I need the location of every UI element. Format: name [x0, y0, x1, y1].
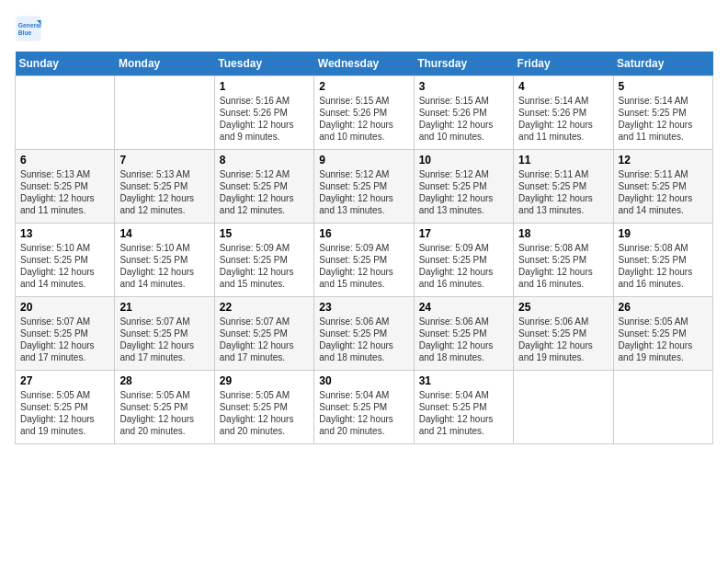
day-number: 3	[419, 80, 508, 93]
calendar-cell: 23Sunrise: 5:06 AM Sunset: 5:25 PM Dayli…	[314, 297, 414, 371]
day-info: Sunrise: 5:13 AM Sunset: 5:25 PM Dayligh…	[20, 168, 109, 216]
calendar-cell: 9Sunrise: 5:12 AM Sunset: 5:25 PM Daylig…	[314, 150, 414, 224]
calendar-cell	[514, 371, 613, 444]
day-info: Sunrise: 5:06 AM Sunset: 5:25 PM Dayligh…	[319, 316, 408, 363]
day-number: 25	[518, 301, 608, 314]
calendar-cell: 8Sunrise: 5:12 AM Sunset: 5:25 PM Daylig…	[214, 150, 313, 224]
calendar-cell: 18Sunrise: 5:08 AM Sunset: 5:25 PM Dayli…	[514, 224, 613, 297]
calendar-cell: 28Sunrise: 5:05 AM Sunset: 5:25 PM Dayli…	[115, 371, 214, 444]
calendar-cell: 29Sunrise: 5:05 AM Sunset: 5:25 PM Dayli…	[214, 371, 313, 444]
calendar-cell: 2Sunrise: 5:15 AM Sunset: 5:26 PM Daylig…	[314, 76, 414, 150]
calendar-cell: 3Sunrise: 5:15 AM Sunset: 5:26 PM Daylig…	[414, 76, 513, 150]
weekday-header: Wednesday	[314, 52, 414, 76]
day-number: 31	[419, 374, 508, 387]
calendar-cell: 4Sunrise: 5:14 AM Sunset: 5:26 PM Daylig…	[514, 76, 613, 150]
day-number: 29	[220, 374, 309, 387]
calendar-header: SundayMondayTuesdayWednesdayThursdayFrid…	[16, 52, 713, 76]
weekday-header: Tuesday	[214, 52, 313, 76]
calendar-cell: 19Sunrise: 5:08 AM Sunset: 5:25 PM Dayli…	[613, 224, 712, 297]
calendar-cell: 12Sunrise: 5:11 AM Sunset: 5:25 PM Dayli…	[613, 150, 712, 224]
day-number: 4	[518, 80, 608, 93]
day-number: 9	[319, 154, 408, 167]
day-number: 15	[220, 227, 309, 240]
day-info: Sunrise: 5:07 AM Sunset: 5:25 PM Dayligh…	[20, 316, 109, 363]
day-info: Sunrise: 5:09 AM Sunset: 5:25 PM Dayligh…	[319, 242, 408, 290]
calendar-cell: 15Sunrise: 5:09 AM Sunset: 5:25 PM Dayli…	[214, 224, 313, 297]
calendar-cell: 24Sunrise: 5:06 AM Sunset: 5:25 PM Dayli…	[414, 297, 513, 371]
day-info: Sunrise: 5:05 AM Sunset: 5:25 PM Dayligh…	[119, 389, 209, 437]
calendar-cell: 17Sunrise: 5:09 AM Sunset: 5:25 PM Dayli…	[414, 224, 513, 297]
calendar-cell: 21Sunrise: 5:07 AM Sunset: 5:25 PM Dayli…	[115, 297, 214, 371]
calendar-cell: 26Sunrise: 5:05 AM Sunset: 5:25 PM Dayli…	[613, 297, 712, 371]
weekday-header: Monday	[115, 52, 214, 76]
day-number: 1	[220, 80, 309, 93]
day-info: Sunrise: 5:05 AM Sunset: 5:25 PM Dayligh…	[619, 316, 708, 363]
day-info: Sunrise: 5:12 AM Sunset: 5:25 PM Dayligh…	[319, 168, 408, 216]
day-number: 7	[119, 154, 209, 167]
weekday-header: Saturday	[613, 52, 712, 76]
calendar-cell: 13Sunrise: 5:10 AM Sunset: 5:25 PM Dayli…	[16, 224, 115, 297]
day-info: Sunrise: 5:15 AM Sunset: 5:26 PM Dayligh…	[419, 95, 508, 143]
day-info: Sunrise: 5:06 AM Sunset: 5:25 PM Dayligh…	[419, 316, 508, 363]
day-info: Sunrise: 5:10 AM Sunset: 5:25 PM Dayligh…	[119, 242, 209, 290]
calendar-cell	[613, 371, 712, 444]
day-number: 12	[619, 154, 708, 167]
calendar-cell: 20Sunrise: 5:07 AM Sunset: 5:25 PM Dayli…	[16, 297, 115, 371]
calendar-week-row: 27Sunrise: 5:05 AM Sunset: 5:25 PM Dayli…	[16, 371, 713, 444]
weekday-header: Sunday	[16, 52, 115, 76]
logo: General Blue	[15, 15, 46, 42]
day-number: 22	[220, 301, 309, 314]
day-number: 28	[119, 374, 209, 387]
calendar-body: 1Sunrise: 5:16 AM Sunset: 5:26 PM Daylig…	[16, 76, 713, 444]
calendar-table: SundayMondayTuesdayWednesdayThursdayFrid…	[15, 52, 713, 444]
day-info: Sunrise: 5:14 AM Sunset: 5:26 PM Dayligh…	[518, 95, 608, 143]
day-number: 10	[419, 154, 508, 167]
day-number: 14	[119, 227, 209, 240]
logo-icon: General Blue	[15, 15, 42, 42]
day-info: Sunrise: 5:13 AM Sunset: 5:25 PM Dayligh…	[119, 168, 209, 216]
calendar-cell: 31Sunrise: 5:04 AM Sunset: 5:25 PM Dayli…	[414, 371, 513, 444]
day-info: Sunrise: 5:11 AM Sunset: 5:25 PM Dayligh…	[518, 168, 608, 216]
calendar-week-row: 1Sunrise: 5:16 AM Sunset: 5:26 PM Daylig…	[16, 76, 713, 150]
calendar-cell: 6Sunrise: 5:13 AM Sunset: 5:25 PM Daylig…	[16, 150, 115, 224]
day-number: 13	[20, 227, 109, 240]
svg-text:Blue: Blue	[18, 29, 32, 36]
page-header: General Blue	[15, 15, 713, 42]
day-number: 24	[419, 301, 508, 314]
day-info: Sunrise: 5:08 AM Sunset: 5:25 PM Dayligh…	[619, 242, 708, 290]
day-info: Sunrise: 5:04 AM Sunset: 5:25 PM Dayligh…	[319, 389, 408, 437]
day-number: 5	[619, 80, 708, 93]
day-info: Sunrise: 5:05 AM Sunset: 5:25 PM Dayligh…	[20, 389, 109, 437]
weekday-header-row: SundayMondayTuesdayWednesdayThursdayFrid…	[16, 52, 713, 76]
day-number: 17	[419, 227, 508, 240]
day-info: Sunrise: 5:08 AM Sunset: 5:25 PM Dayligh…	[518, 242, 608, 290]
calendar-cell	[115, 76, 214, 150]
weekday-header: Friday	[514, 52, 613, 76]
calendar-cell: 22Sunrise: 5:07 AM Sunset: 5:25 PM Dayli…	[214, 297, 313, 371]
day-info: Sunrise: 5:12 AM Sunset: 5:25 PM Dayligh…	[220, 168, 309, 216]
day-number: 6	[20, 154, 109, 167]
day-info: Sunrise: 5:07 AM Sunset: 5:25 PM Dayligh…	[119, 316, 209, 363]
day-info: Sunrise: 5:09 AM Sunset: 5:25 PM Dayligh…	[220, 242, 309, 290]
calendar-cell: 16Sunrise: 5:09 AM Sunset: 5:25 PM Dayli…	[314, 224, 414, 297]
day-number: 23	[319, 301, 408, 314]
day-number: 11	[518, 154, 608, 167]
svg-text:General: General	[18, 22, 41, 29]
day-number: 18	[518, 227, 608, 240]
svg-rect-0	[17, 17, 41, 41]
day-info: Sunrise: 5:15 AM Sunset: 5:26 PM Dayligh…	[319, 95, 408, 143]
calendar-week-row: 13Sunrise: 5:10 AM Sunset: 5:25 PM Dayli…	[16, 224, 713, 297]
calendar-cell	[16, 76, 115, 150]
calendar-week-row: 6Sunrise: 5:13 AM Sunset: 5:25 PM Daylig…	[16, 150, 713, 224]
calendar-cell: 25Sunrise: 5:06 AM Sunset: 5:25 PM Dayli…	[514, 297, 613, 371]
calendar-cell: 30Sunrise: 5:04 AM Sunset: 5:25 PM Dayli…	[314, 371, 414, 444]
day-number: 26	[619, 301, 708, 314]
calendar-cell: 27Sunrise: 5:05 AM Sunset: 5:25 PM Dayli…	[16, 371, 115, 444]
day-info: Sunrise: 5:11 AM Sunset: 5:25 PM Dayligh…	[619, 168, 708, 216]
day-info: Sunrise: 5:16 AM Sunset: 5:26 PM Dayligh…	[220, 95, 309, 143]
day-number: 8	[220, 154, 309, 167]
day-info: Sunrise: 5:07 AM Sunset: 5:25 PM Dayligh…	[220, 316, 309, 363]
calendar-cell: 10Sunrise: 5:12 AM Sunset: 5:25 PM Dayli…	[414, 150, 513, 224]
calendar-cell: 1Sunrise: 5:16 AM Sunset: 5:26 PM Daylig…	[214, 76, 313, 150]
calendar-cell: 14Sunrise: 5:10 AM Sunset: 5:25 PM Dayli…	[115, 224, 214, 297]
